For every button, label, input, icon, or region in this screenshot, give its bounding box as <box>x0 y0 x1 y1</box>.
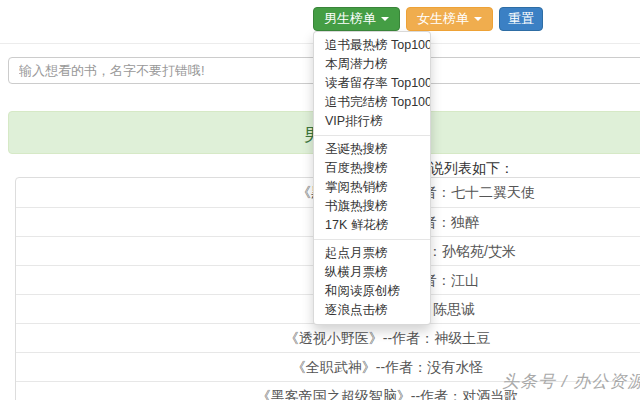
reset-button[interactable]: 重置 <box>499 7 543 31</box>
dropdown-item-weekly-potential[interactable]: 本周潜力榜 <box>314 55 430 74</box>
dropdown-divider <box>314 239 430 240</box>
boy-rank-dropdown-label: 男生榜单 <box>324 10 376 28</box>
book-entry-text: 《透视小野医》--作者：神级土豆 <box>285 330 490 346</box>
dropdown-item-zhuishu-completed[interactable]: 追书完结榜 Top100 <box>314 93 430 112</box>
girl-rank-dropdown-label: 女生榜单 <box>417 10 469 28</box>
girl-rank-dropdown-button[interactable]: 女生榜单 <box>406 7 493 31</box>
dropdown-item-shuqi-hot-search[interactable]: 书旗热搜榜 <box>314 197 430 216</box>
list-item: 《透视小野医》--作者：神级土豆 <box>16 323 640 352</box>
dropdown-item-17k-flower[interactable]: 17K 鲜花榜 <box>314 216 430 235</box>
dropdown-divider <box>314 135 430 136</box>
dropdown-item-heyuedu-original[interactable]: 和阅读原创榜 <box>314 282 430 301</box>
watermark-text: 头条号 / 办公资源 <box>502 370 640 393</box>
dropdown-item-zongheng-monthly-ticket[interactable]: 纵横月票榜 <box>314 263 430 282</box>
book-author-fragment: 者：江山 <box>423 266 479 294</box>
dropdown-item-baidu-hot-search[interactable]: 百度热搜榜 <box>314 159 430 178</box>
chevron-down-icon <box>474 17 482 21</box>
book-entry-text: 《黑客帝国之超级智脑》--作者：对酒当歌 <box>257 388 518 400</box>
dropdown-item-zhuishu-hottest[interactable]: 追书最热榜 Top100 <box>314 36 430 55</box>
book-entry-text: 《全职武神》--作者：没有水怪 <box>292 359 483 375</box>
dropdown-item-zhangyue-bestseller[interactable]: 掌阅热销榜 <box>314 178 430 197</box>
book-author-fragment: 者：独醉 <box>423 208 479 236</box>
boy-rank-dropdown-button[interactable]: 男生榜单 <box>313 7 400 31</box>
dropdown-item-vip-rank[interactable]: VIP排行榜 <box>314 112 430 131</box>
dropdown-item-christmas-hot-search[interactable]: 圣诞热搜榜 <box>314 140 430 159</box>
book-author-fragment: 者：七十二翼天使 <box>423 178 535 206</box>
book-author-fragment: ：孙铭苑/艾米 <box>428 237 516 265</box>
reset-button-label: 重置 <box>508 10 534 28</box>
dropdown-item-reader-retention[interactable]: 读者留存率 Top100 <box>314 74 430 93</box>
boy-rank-dropdown-menu: 追书最热榜 Top100 本周潜力榜 读者留存率 Top100 追书完结榜 To… <box>313 31 431 325</box>
dropdown-item-zhulang-clicks[interactable]: 逐浪点击榜 <box>314 301 430 320</box>
book-author-fragment: 陈思诚 <box>433 295 475 323</box>
toolbar: 男生榜单 女生榜单 重置 <box>313 7 543 31</box>
dropdown-item-qidian-monthly-ticket[interactable]: 起点月票榜 <box>314 244 430 263</box>
chevron-down-icon <box>381 17 389 21</box>
